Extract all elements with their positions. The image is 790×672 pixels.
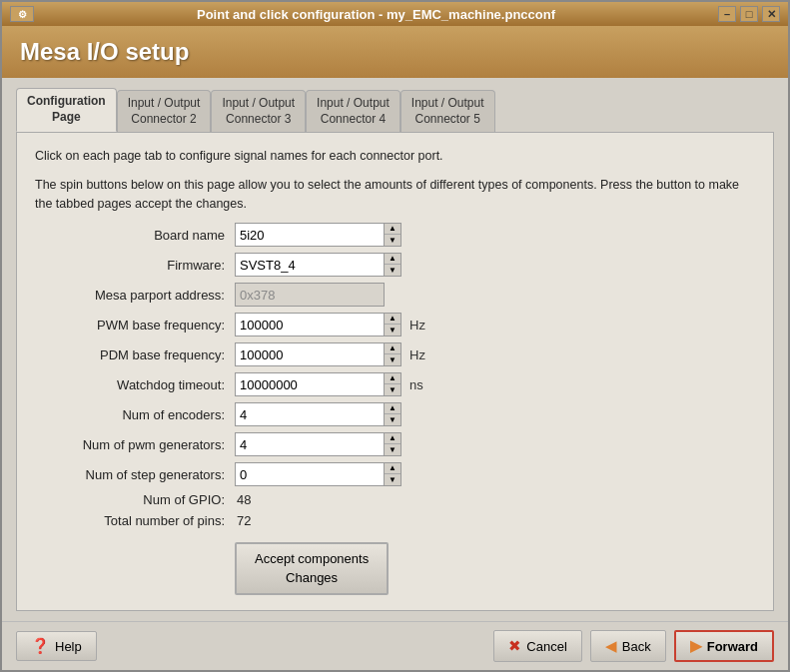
back-button[interactable]: ◀ Back: [590, 630, 666, 662]
page-title: Mesa I/O setup: [20, 38, 770, 66]
accept-btn-row: Accept components Changes: [35, 534, 755, 594]
watchdog-up[interactable]: ▲: [385, 373, 400, 384]
bottom-right: ✖ Cancel ◀ Back ▶ Forward: [493, 630, 774, 662]
encoders-down[interactable]: ▼: [385, 414, 400, 425]
pdm-input[interactable]: [235, 342, 385, 366]
help-button[interactable]: ❓ Help: [16, 631, 97, 661]
pdm-spinner: ▲ ▼: [235, 342, 401, 366]
firmware-input[interactable]: [235, 253, 385, 277]
firmware-down[interactable]: ▼: [385, 265, 400, 276]
window-controls: – □ ✕: [718, 6, 780, 22]
back-label: Back: [622, 639, 651, 654]
forward-button[interactable]: ▶ Forward: [674, 630, 774, 662]
tab-bar: ConfigurationPage Input / OutputConnecto…: [16, 88, 774, 132]
window-title: Point and click configuration - my_EMC_m…: [34, 7, 718, 22]
firmware-control: ▲ ▼: [235, 253, 401, 277]
parport-input: [235, 283, 385, 307]
encoders-spinner-btns: ▲ ▼: [385, 402, 401, 426]
parport-label: Mesa parport address:: [35, 288, 235, 303]
pwm-gen-spinner: ▲ ▼: [235, 432, 401, 456]
content-area: ConfigurationPage Input / OutputConnecto…: [2, 78, 788, 621]
pwm-down[interactable]: ▼: [385, 325, 400, 336]
firmware-label: Firmware:: [35, 258, 235, 273]
step-gen-up[interactable]: ▲: [385, 463, 400, 474]
encoders-spinner: ▲ ▼: [235, 402, 401, 426]
encoders-up[interactable]: ▲: [385, 403, 400, 414]
pdm-label: PDM base frequency:: [35, 347, 235, 362]
encoders-input[interactable]: [235, 402, 385, 426]
board-name-label: Board name: [35, 228, 235, 243]
board-name-spinner: ▲ ▼: [235, 223, 401, 247]
titlebar-icon: ⚙: [10, 6, 34, 22]
accept-btn-line1: Accept components: [255, 551, 369, 566]
board-name-up[interactable]: ▲: [385, 224, 400, 235]
pwm-gen-input[interactable]: [235, 432, 385, 456]
forward-icon: ▶: [690, 637, 702, 655]
pdm-up[interactable]: ▲: [385, 343, 400, 354]
bottom-left: ❓ Help: [16, 631, 97, 661]
pwm-up[interactable]: ▲: [385, 314, 400, 325]
encoders-control: ▲ ▼: [235, 402, 401, 426]
pdm-row: PDM base frequency: ▲ ▼ Hz: [35, 342, 755, 366]
total-pins-value: 72: [235, 513, 251, 528]
gpio-value: 48: [235, 492, 251, 507]
step-gen-down[interactable]: ▼: [385, 474, 400, 485]
cancel-label: Cancel: [526, 639, 566, 654]
config-panel: Click on each page tab to configure sign…: [16, 132, 774, 611]
tab-connector2[interactable]: Input / OutputConnector 2: [117, 90, 212, 132]
pwm-gen-down[interactable]: ▼: [385, 444, 400, 455]
pwm-gen-row: Num of pwm generators: ▲ ▼: [35, 432, 755, 456]
back-icon: ◀: [605, 637, 617, 655]
pwm-gen-up[interactable]: ▲: [385, 433, 400, 444]
tab-connector5[interactable]: Input / OutputConnector 5: [400, 90, 495, 132]
board-name-down[interactable]: ▼: [385, 235, 400, 246]
board-name-control: ▲ ▼: [235, 223, 401, 247]
pdm-unit: Hz: [409, 347, 425, 362]
watchdog-down[interactable]: ▼: [385, 384, 400, 395]
gpio-control: 48: [235, 492, 251, 507]
board-name-spinner-btns: ▲ ▼: [385, 223, 401, 247]
maximize-button[interactable]: □: [740, 6, 758, 22]
board-name-input[interactable]: [235, 223, 385, 247]
tab-connector4[interactable]: Input / OutputConnector 4: [306, 90, 400, 132]
tab-config[interactable]: ConfigurationPage: [16, 88, 117, 132]
total-pins-label: Total number of pins:: [35, 513, 235, 528]
pdm-down[interactable]: ▼: [385, 354, 400, 365]
gpio-label: Num of GPIO:: [35, 492, 235, 507]
pwm-label: PWM base frequency:: [35, 318, 235, 333]
encoders-label: Num of encoders:: [35, 407, 235, 422]
cancel-button[interactable]: ✖ Cancel: [493, 630, 581, 662]
pwm-gen-label: Num of pwm generators:: [35, 437, 235, 452]
parport-row: Mesa parport address:: [35, 283, 755, 307]
help-label: Help: [55, 639, 82, 654]
pwm-unit: Hz: [409, 318, 425, 333]
info-text-2: The spin buttons below on this page allo…: [35, 176, 755, 214]
pwm-input[interactable]: [235, 313, 385, 336]
pwm-gen-control: ▲ ▼: [235, 432, 401, 456]
step-gen-control: ▲ ▼: [235, 462, 401, 486]
board-name-row: Board name ▲ ▼: [35, 223, 755, 247]
pwm-row: PWM base frequency: ▲ ▼ Hz: [35, 313, 755, 336]
tab-connector3[interactable]: Input / OutputConnector 3: [211, 90, 306, 132]
firmware-spinner-btns: ▲ ▼: [385, 253, 401, 277]
watchdog-row: Watchdog timeout: ▲ ▼ ns: [35, 372, 755, 396]
close-button[interactable]: ✕: [762, 6, 780, 22]
config-form: Board name ▲ ▼ Firmware:: [35, 223, 755, 594]
total-pins-row: Total number of pins: 72: [35, 513, 755, 528]
info-text-1: Click on each page tab to configure sign…: [35, 147, 755, 166]
watchdog-unit: ns: [409, 377, 423, 392]
step-gen-input[interactable]: [235, 462, 385, 486]
watchdog-spinner: ▲ ▼: [235, 372, 401, 396]
main-window: ⚙ Point and click configuration - my_EMC…: [0, 0, 790, 672]
accept-btn-line2: Changes: [286, 570, 338, 585]
accept-components-button[interactable]: Accept components Changes: [235, 542, 389, 594]
pdm-control: ▲ ▼ Hz: [235, 342, 425, 366]
watchdog-spinner-btns: ▲ ▼: [385, 372, 401, 396]
watchdog-input[interactable]: [235, 372, 385, 396]
minimize-button[interactable]: –: [718, 6, 736, 22]
watchdog-control: ▲ ▼ ns: [235, 372, 423, 396]
help-icon: ❓: [31, 637, 50, 655]
firmware-up[interactable]: ▲: [385, 254, 400, 265]
step-gen-row: Num of step generators: ▲ ▼: [35, 462, 755, 486]
step-gen-spinner-btns: ▲ ▼: [385, 462, 401, 486]
